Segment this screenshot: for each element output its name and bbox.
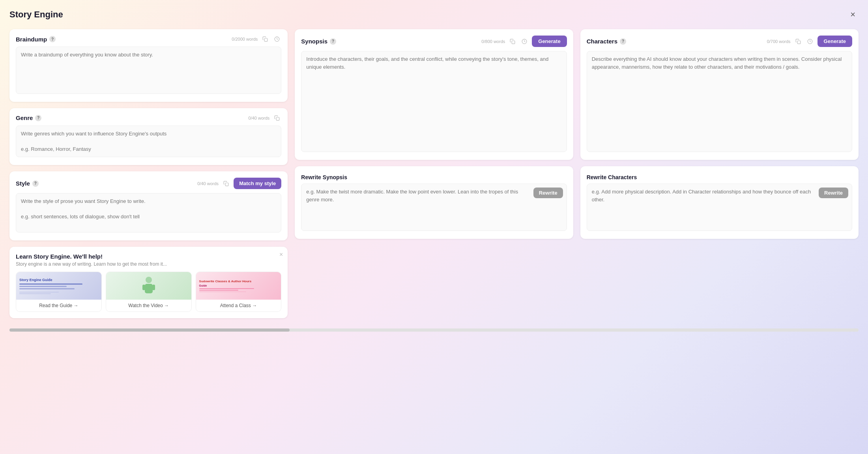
synopsis-word-count: 0/800 words bbox=[481, 39, 505, 44]
rewrite-synopsis-card: Rewrite Synopsis Rewrite bbox=[295, 166, 573, 239]
synopsis-copy-button[interactable] bbox=[508, 38, 517, 45]
svg-rect-6 bbox=[142, 285, 145, 290]
characters-help-icon[interactable]: ? bbox=[620, 38, 626, 45]
rewrite-synopsis-wrapper: Rewrite bbox=[301, 184, 567, 233]
braindump-input[interactable] bbox=[16, 47, 281, 94]
class-thumbnail: Sudowrite Classes & Author Hours Guide bbox=[196, 272, 281, 300]
learn-card: Learn Story Engine. We'll help! Story en… bbox=[9, 247, 288, 318]
horizontal-scrollbar[interactable] bbox=[9, 328, 859, 332]
characters-copy-button[interactable] bbox=[794, 38, 803, 45]
svg-rect-7 bbox=[152, 285, 155, 290]
svg-rect-10 bbox=[797, 41, 801, 44]
learn-item-class[interactable]: Sudowrite Classes & Author Hours Guide A… bbox=[196, 272, 282, 312]
copy-icon bbox=[223, 181, 229, 186]
genre-title: Genre bbox=[16, 114, 33, 121]
characters-input[interactable] bbox=[587, 51, 852, 152]
svg-rect-3 bbox=[225, 183, 228, 186]
characters-history-button[interactable] bbox=[806, 38, 814, 45]
style-title: Style bbox=[16, 180, 30, 187]
svg-rect-8 bbox=[512, 41, 515, 44]
synopsis-card: Synopsis ? 0/800 words Generate bbox=[295, 29, 573, 160]
svg-rect-5 bbox=[145, 284, 153, 293]
rewrite-synopsis-button[interactable]: Rewrite bbox=[533, 188, 563, 198]
style-help-icon[interactable]: ? bbox=[32, 180, 39, 187]
video-label: Watch the Video → bbox=[106, 300, 191, 311]
braindump-copy-button[interactable] bbox=[261, 36, 269, 43]
braindump-card: Braindump ? 0/2000 words bbox=[9, 29, 288, 102]
learn-close-button[interactable]: × bbox=[279, 251, 283, 258]
rewrite-characters-title: Rewrite Characters bbox=[587, 174, 852, 180]
scrollbar-thumb bbox=[9, 328, 290, 332]
history-icon bbox=[522, 39, 527, 44]
rewrite-characters-input[interactable] bbox=[587, 184, 852, 231]
genre-copy-button[interactable] bbox=[273, 114, 281, 122]
svg-rect-0 bbox=[265, 38, 268, 41]
rewrite-characters-wrapper: Rewrite bbox=[587, 184, 852, 233]
characters-title: Characters bbox=[587, 38, 617, 45]
learn-items-row: Story Engine Guide Read the Guide → bbox=[16, 272, 281, 312]
characters-word-count: 0/700 words bbox=[767, 39, 791, 44]
rewrite-characters-button[interactable]: Rewrite bbox=[819, 188, 848, 198]
braindump-history-button[interactable] bbox=[273, 36, 281, 43]
synopsis-input[interactable] bbox=[301, 51, 567, 152]
rewrite-synopsis-input[interactable] bbox=[301, 184, 567, 231]
genre-input[interactable] bbox=[16, 126, 281, 158]
copy-icon bbox=[274, 115, 280, 121]
braindump-title: Braindump bbox=[16, 36, 47, 43]
guide-label: Read the Guide → bbox=[16, 300, 101, 311]
svg-point-4 bbox=[146, 277, 152, 283]
learn-item-guide[interactable]: Story Engine Guide Read the Guide → bbox=[16, 272, 102, 312]
history-icon bbox=[807, 39, 813, 44]
braindump-word-count: 0/2000 words bbox=[232, 37, 258, 41]
class-label: Attend a Class → bbox=[196, 300, 281, 311]
person-svg bbox=[142, 276, 156, 296]
rewrite-synopsis-title: Rewrite Synopsis bbox=[301, 174, 567, 180]
close-button[interactable]: × bbox=[847, 8, 859, 21]
svg-rect-2 bbox=[277, 117, 280, 120]
copy-icon bbox=[795, 39, 801, 44]
page-title: Story Engine bbox=[9, 9, 63, 20]
learn-subtitle: Story engine is a new way of writing. Le… bbox=[16, 261, 281, 267]
rewrite-characters-card: Rewrite Characters Rewrite bbox=[580, 166, 859, 239]
copy-icon bbox=[262, 36, 268, 42]
video-thumbnail bbox=[106, 272, 191, 300]
genre-card: Genre ? 0/40 words bbox=[9, 108, 288, 165]
synopsis-help-icon[interactable]: ? bbox=[330, 38, 336, 45]
copy-icon bbox=[510, 39, 515, 44]
history-icon bbox=[274, 36, 280, 42]
style-copy-button[interactable] bbox=[222, 180, 230, 187]
style-input[interactable] bbox=[16, 193, 281, 233]
guide-thumbnail: Story Engine Guide bbox=[16, 272, 101, 300]
synopsis-history-button[interactable] bbox=[520, 38, 529, 45]
learn-item-video[interactable]: Watch the Video → bbox=[106, 272, 192, 312]
style-card: Style ? 0/40 words Match my style bbox=[9, 171, 288, 240]
characters-card: Characters ? 0/700 words Generate bbox=[580, 29, 859, 160]
characters-generate-button[interactable]: Generate bbox=[817, 36, 852, 47]
genre-word-count: 0/40 words bbox=[249, 116, 270, 120]
learn-title: Learn Story Engine. We'll help! bbox=[16, 253, 281, 260]
genre-help-icon[interactable]: ? bbox=[35, 115, 41, 121]
match-style-button[interactable]: Match my style bbox=[234, 178, 281, 189]
synopsis-generate-button[interactable]: Generate bbox=[532, 36, 567, 47]
braindump-help-icon[interactable]: ? bbox=[49, 36, 56, 42]
synopsis-title: Synopsis bbox=[301, 38, 327, 45]
style-word-count: 0/40 words bbox=[197, 181, 219, 186]
